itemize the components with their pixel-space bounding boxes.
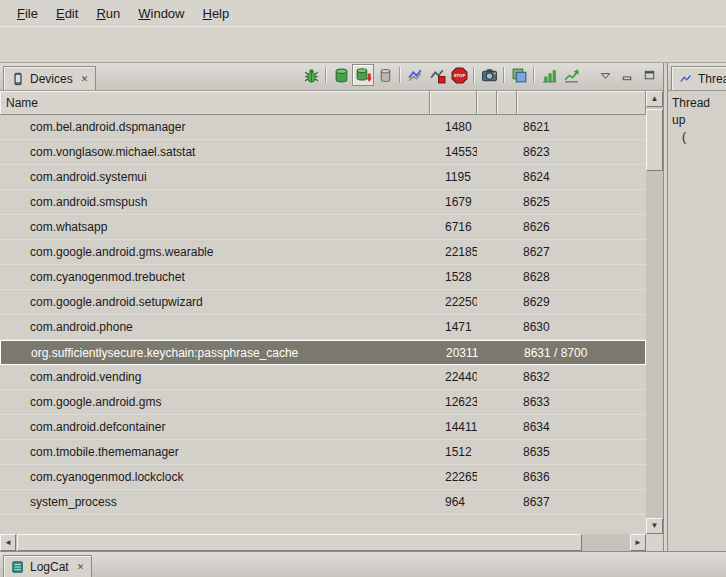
column-header-pid[interactable] bbox=[430, 91, 477, 115]
minimize-icon[interactable] bbox=[616, 64, 638, 86]
device-icon bbox=[11, 72, 25, 86]
process-name: com.google.android.gms.wearable bbox=[0, 245, 430, 259]
tab-logcat-label: LogCat bbox=[30, 560, 69, 574]
view-menu-icon[interactable] bbox=[594, 64, 616, 86]
process-name: system_process bbox=[0, 495, 430, 509]
process-port: 8629 bbox=[517, 295, 646, 309]
vertical-scrollbar: ▲ ▼ bbox=[646, 91, 663, 534]
column-header-port[interactable] bbox=[517, 91, 646, 115]
column-header-name[interactable]: Name bbox=[0, 91, 430, 115]
process-name: org.sufficientlysecure.keychain:passphra… bbox=[1, 346, 431, 360]
process-port: 8626 bbox=[517, 220, 646, 234]
table-row[interactable]: com.google.android.setupwizard222508629 bbox=[0, 290, 646, 315]
horizontal-scroll-thumb[interactable] bbox=[17, 534, 582, 551]
menu-window[interactable]: Window bbox=[129, 3, 193, 24]
process-name: com.tmobile.thememanager bbox=[0, 445, 430, 459]
process-port: 8627 bbox=[517, 245, 646, 259]
threads-message: Thread up ( bbox=[668, 91, 726, 551]
table-row[interactable]: com.cyanogenmod.trebuchet15288628 bbox=[0, 265, 646, 290]
process-name: com.cyanogenmod.lockclock bbox=[0, 470, 430, 484]
process-name: com.android.defcontainer bbox=[0, 420, 430, 434]
close-icon[interactable]: ✕ bbox=[77, 562, 85, 572]
update-heap-icon[interactable] bbox=[330, 64, 352, 86]
process-port: 8628 bbox=[517, 270, 646, 284]
logcat-icon bbox=[11, 560, 25, 574]
table-row[interactable]: com.cyanogenmod.lockclock222658636 bbox=[0, 465, 646, 490]
horizontal-scrollbar: ◄ ► bbox=[0, 534, 646, 551]
scroll-down-icon[interactable]: ▼ bbox=[646, 518, 663, 534]
process-port: 8635 bbox=[517, 445, 646, 459]
column-header-spacer1[interactable] bbox=[477, 91, 497, 115]
scroll-right-icon[interactable]: ► bbox=[630, 534, 646, 551]
process-pid: 22250 bbox=[430, 295, 477, 309]
process-pid: 22265 bbox=[430, 470, 477, 484]
table-row[interactable]: com.bel.android.dspmanager14808621 bbox=[0, 115, 646, 140]
tab-threads[interactable]: Threads ✕ bbox=[671, 66, 726, 90]
threads-icon bbox=[679, 72, 693, 86]
ui-hierarchy-icon[interactable] bbox=[508, 64, 530, 86]
table-row[interactable]: com.vonglasow.michael.satstat145538623 bbox=[0, 140, 646, 165]
threads-panel: Threads ✕ Thread up ( bbox=[667, 63, 726, 551]
table-row[interactable]: com.android.smspush16798625 bbox=[0, 190, 646, 215]
table-row[interactable]: com.android.phone14718630 bbox=[0, 315, 646, 340]
table-row[interactable]: org.sufficientlysecure.keychain:passphra… bbox=[0, 340, 646, 365]
table-row[interactable]: com.android.defcontainer144118634 bbox=[0, 415, 646, 440]
process-name: com.cyanogenmod.trebuchet bbox=[0, 270, 430, 284]
main-toolbar-strip bbox=[0, 26, 726, 63]
process-port: 8624 bbox=[517, 170, 646, 184]
toolbar-separator bbox=[533, 67, 535, 83]
cause-gc-icon[interactable] bbox=[374, 64, 396, 86]
maximize-icon[interactable] bbox=[638, 64, 660, 86]
process-pid: 12623 bbox=[430, 395, 477, 409]
close-icon[interactable]: ✕ bbox=[81, 74, 89, 84]
toolbar-separator bbox=[473, 67, 475, 83]
menu-help[interactable]: Help bbox=[193, 3, 238, 24]
scroll-up-icon[interactable]: ▲ bbox=[646, 91, 663, 107]
screen-capture-icon[interactable] bbox=[478, 64, 500, 86]
allocation-tracker-icon[interactable] bbox=[538, 64, 560, 86]
process-name: com.vonglasow.michael.satstat bbox=[0, 145, 430, 159]
main-area: Devices ✕ STOP Name com.bel.android.dspm… bbox=[0, 63, 726, 551]
process-port: 8631 / 8700 bbox=[518, 346, 645, 360]
menu-run[interactable]: Run bbox=[87, 3, 129, 24]
tab-devices-label: Devices bbox=[30, 72, 73, 86]
process-port: 8634 bbox=[517, 420, 646, 434]
vertical-scroll-thumb[interactable] bbox=[646, 109, 663, 171]
stop-profiling-icon[interactable] bbox=[426, 64, 448, 86]
scroll-left-icon[interactable]: ◄ bbox=[0, 534, 16, 551]
table-row[interactable]: com.whatsapp67168626 bbox=[0, 215, 646, 240]
process-name: com.android.phone bbox=[0, 320, 430, 334]
menu-file[interactable]: File bbox=[8, 3, 47, 24]
toolbar-separator bbox=[503, 67, 505, 83]
update-threads-icon[interactable] bbox=[404, 64, 426, 86]
debug-icon[interactable] bbox=[300, 64, 322, 86]
process-pid: 14553 bbox=[430, 145, 477, 159]
tab-logcat[interactable]: LogCat ✕ bbox=[3, 555, 92, 577]
process-pid: 6716 bbox=[430, 220, 477, 234]
dump-hprof-icon[interactable] bbox=[352, 64, 374, 86]
svg-text:STOP: STOP bbox=[453, 73, 465, 78]
tab-devices[interactable]: Devices ✕ bbox=[3, 66, 96, 90]
menu-edit[interactable]: Edit bbox=[47, 3, 87, 24]
logcat-bar: LogCat ✕ bbox=[0, 551, 726, 577]
threads-message-line2: ( bbox=[672, 129, 722, 146]
table-row[interactable]: system_process9648637 bbox=[0, 490, 646, 515]
process-pid: 20311 bbox=[431, 346, 478, 360]
process-pid: 22440 bbox=[430, 370, 477, 384]
process-name: com.android.vending bbox=[0, 370, 430, 384]
process-pid: 1679 bbox=[430, 195, 477, 209]
table-row[interactable]: com.tmobile.thememanager15128635 bbox=[0, 440, 646, 465]
table-row[interactable]: com.android.systemui11958624 bbox=[0, 165, 646, 190]
process-port: 8625 bbox=[517, 195, 646, 209]
table-rows: com.bel.android.dspmanager14808621com.vo… bbox=[0, 115, 646, 534]
process-port: 8632 bbox=[517, 370, 646, 384]
method-profiling-icon[interactable] bbox=[560, 64, 582, 86]
stop-process-icon[interactable]: STOP bbox=[448, 64, 470, 86]
table-row[interactable]: com.google.android.gms126238633 bbox=[0, 390, 646, 415]
column-header-spacer2[interactable] bbox=[497, 91, 517, 115]
threads-tabbar: Threads ✕ bbox=[668, 63, 726, 91]
tab-threads-label: Threads bbox=[698, 72, 726, 86]
table-row[interactable]: com.android.vending224408632 bbox=[0, 365, 646, 390]
table-row[interactable]: com.google.android.gms.wearable221858627 bbox=[0, 240, 646, 265]
devices-tabbar: Devices ✕ STOP bbox=[0, 63, 663, 91]
